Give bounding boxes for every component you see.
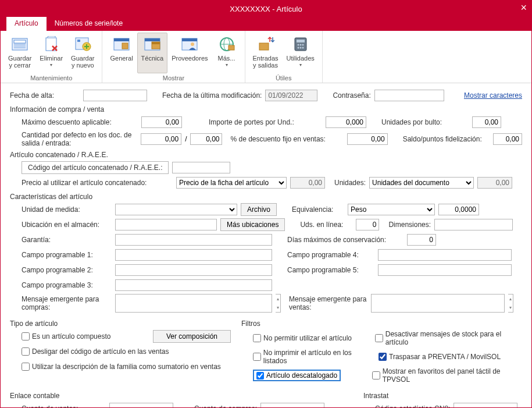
chk-desact-stock[interactable]: Desactivar mensajes de stock para el art… — [375, 330, 522, 346]
label-uds-linea: Uds. en línea: — [300, 221, 352, 229]
cn8-input[interactable] — [454, 403, 517, 408]
svg-point-28 — [297, 44, 299, 46]
cp4-input[interactable] — [378, 249, 512, 261]
um-select[interactable] — [115, 204, 237, 215]
chevron-down-icon: ▾ — [226, 62, 228, 68]
label-fecha-mod: Fecha de la última modificación: — [162, 91, 262, 100]
chk-mostrar-fav[interactable]: Mostrar en favoritos del panel táctil de… — [372, 367, 522, 384]
dias-cons-input[interactable] — [407, 234, 436, 246]
chk-no-imprimir[interactable]: No imprimir el artículo en los listados — [253, 349, 375, 365]
utilities-button[interactable]: Utilidades ▾ — [283, 33, 319, 73]
svg-rect-19 — [182, 38, 197, 41]
label-precio-concat: Precio al utilizar el artículo concatena… — [22, 179, 173, 187]
save-new-button[interactable]: Guardar y nuevo — [67, 33, 98, 73]
ver-composicion-button[interactable]: Ver composición — [153, 330, 231, 343]
cp2-input[interactable] — [115, 264, 272, 276]
svg-rect-4 — [14, 47, 26, 48]
save-close-button[interactable]: Guardar y cerrar — [4, 33, 35, 73]
label-cn8: Código estadístico CN8: — [375, 405, 450, 408]
chk-no-permitir[interactable]: No permitir utilizar el artículo — [253, 334, 372, 342]
tab-articulo[interactable]: Artículo — [6, 17, 47, 31]
save-close-icon — [10, 35, 29, 54]
label-dias-cons: Días máximos de conservación: — [287, 236, 404, 244]
ubic-input[interactable] — [115, 219, 217, 230]
msg-venta-input[interactable] — [371, 294, 505, 313]
scroll[interactable]: ▴▾ — [508, 294, 513, 313]
concat-code-input[interactable] — [172, 162, 230, 173]
saldo-input[interactable] — [493, 133, 522, 145]
section-tipo: Tipo de artículo — [10, 320, 231, 328]
label-imp-portes: Importe de portes por Und.: — [209, 118, 322, 126]
svg-rect-12 — [114, 38, 129, 41]
scroll[interactable]: ▴▾ — [276, 294, 281, 313]
chevron-down-icon: ▾ — [299, 62, 302, 68]
msg-compra-input[interactable] — [115, 294, 272, 313]
label-ubic: Ubicación en el almacén: — [22, 221, 112, 229]
chk-traspasar[interactable]: Traspasar a PREVENTA / MovilSOL — [379, 353, 501, 361]
tab-seriales[interactable]: Números de serie/lote — [47, 17, 131, 31]
utilities-icon — [291, 35, 310, 54]
label-cp2: Campo programable 2: — [22, 266, 112, 274]
dim-input[interactable] — [434, 219, 513, 230]
label-pct-desc: % de descuento fijo en ventas: — [230, 135, 343, 143]
general-button[interactable]: General — [106, 33, 137, 73]
cta-ventas-input[interactable] — [109, 403, 173, 408]
chk-desligar[interactable]: Desligar del código de artículo en las v… — [22, 347, 169, 356]
svg-rect-10 — [84, 46, 89, 47]
chk-compuesto[interactable]: Es un artículo compuesto — [22, 332, 110, 340]
mas-ubic-button[interactable]: Más ubicaciones — [220, 218, 285, 231]
window-title: XXXXXXXX - Artículo — [230, 5, 302, 13]
label-uds-bulto: Unidades por bulto: — [381, 118, 469, 126]
chk-descatalogado-highlighted[interactable]: Artículo descatalogado — [253, 370, 341, 381]
cant-def-input1[interactable] — [141, 133, 181, 145]
label-unidades: Unidades: — [334, 179, 366, 187]
svg-rect-27 — [297, 40, 305, 42]
section-concat: Artículo concatenado / R.A.E.E. — [10, 151, 522, 159]
technique-button[interactable]: Técnica — [137, 33, 168, 73]
uds-linea-input[interactable] — [356, 219, 379, 230]
cta-compras-input[interactable] — [260, 403, 324, 408]
delete-button[interactable]: Eliminar ▾ — [35, 33, 67, 73]
garantia-input[interactable] — [115, 234, 272, 246]
imp-portes-input[interactable] — [326, 116, 366, 128]
svg-point-32 — [299, 47, 301, 49]
label-dim: Dimensiones: — [388, 221, 431, 229]
cp3-input[interactable] — [115, 279, 272, 291]
save-new-icon — [73, 35, 92, 54]
cant-def-input2[interactable] — [190, 133, 222, 145]
more-button[interactable]: Más... ▾ — [212, 33, 241, 73]
pct-desc-input[interactable] — [347, 133, 388, 145]
label-saldo: Saldo/puntos fidelización: — [403, 135, 490, 143]
uds-bulto-input[interactable] — [472, 116, 501, 128]
equiv-select[interactable]: Peso — [348, 204, 435, 215]
fecha-alta-input[interactable] — [83, 90, 147, 101]
label-cant-def: Cantidad por defecto en los doc. de sali… — [22, 131, 137, 147]
label-msg-compra: Mensaje emergente para compras: — [22, 294, 112, 311]
mostrar-caracteres-link[interactable]: Mostrar caracteres — [464, 91, 522, 100]
general-icon — [112, 35, 131, 54]
unidades-val — [477, 177, 512, 189]
archivo-button[interactable]: Archivo — [241, 203, 277, 216]
cp5-input[interactable] — [378, 264, 512, 276]
svg-point-30 — [302, 44, 304, 46]
label-um: Unidad de medida: — [22, 205, 112, 214]
section-caract: Características del artículo — [10, 193, 522, 201]
max-desc-input[interactable] — [141, 116, 182, 128]
equiv-val[interactable] — [438, 204, 479, 215]
section-enlace: Enlace contable — [10, 392, 353, 400]
svg-rect-24 — [228, 45, 234, 50]
inout-button[interactable]: Entradas y salidas — [249, 33, 283, 73]
chk-util-desc[interactable]: Utilizar la descripción de la familia co… — [22, 363, 221, 371]
ribbon-group-mantenimiento: Guardar y cerrar Eliminar ▾ Guardar y nu… — [1, 31, 102, 83]
label-cp4: Campo programable 4: — [287, 251, 374, 259]
suppliers-button[interactable]: Proveedores — [167, 33, 212, 73]
cp1-input[interactable] — [115, 249, 272, 261]
svg-point-33 — [302, 47, 304, 49]
label-contrasena: Contraseña: — [333, 91, 370, 100]
precio-concat-select[interactable]: Precio de la ficha del artículo — [176, 177, 287, 189]
titlebar: XXXXXXXX - Artículo × — [1, 1, 531, 17]
close-icon[interactable]: × — [520, 2, 527, 14]
label-cta-ventas: Cuenta de ventas: — [22, 405, 106, 408]
contrasena-input[interactable] — [374, 90, 444, 101]
unidades-select[interactable]: Unidades del documento — [369, 177, 474, 189]
